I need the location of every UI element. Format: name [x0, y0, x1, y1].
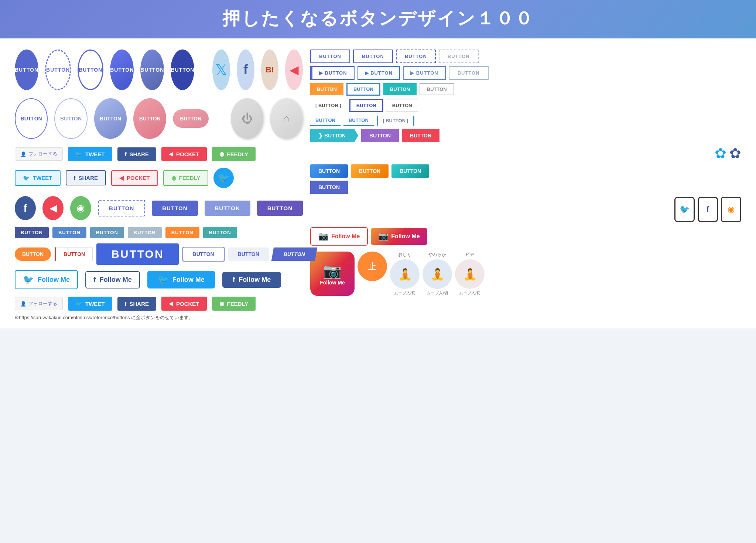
- btn-small-med[interactable]: BUTTON: [90, 227, 124, 238]
- btn-twitter-icon-circle[interactable]: 🐦: [213, 168, 234, 188]
- btn-pocket-flat[interactable]: ◀ POCKET: [111, 170, 158, 186]
- rp-btn-outline-1[interactable]: BUTTON: [310, 49, 350, 63]
- btn-anim-oshiri[interactable]: 🧘: [390, 259, 420, 289]
- rp-btn-dashed-1[interactable]: BUTTON: [396, 49, 436, 63]
- btn-pocket-circle-red[interactable]: ◀: [42, 196, 64, 220]
- rp-btn-wavy[interactable]: BUTTON: [310, 181, 348, 194]
- rp-btn-gray-outline[interactable]: BUTTON: [420, 83, 454, 95]
- btn-grad2-circle[interactable]: BUTTON: [140, 49, 164, 90]
- rp-btn-outline-gray[interactable]: BUTTON: [449, 66, 489, 80]
- rp-insta-follow-row: 📷 Follow Me 📷 Follow Me: [310, 227, 741, 246]
- rp-btn-arrow-right-2[interactable]: ▶ BUTTON: [403, 66, 446, 80]
- btn-feedly-flat[interactable]: ◉ FEEDLY: [163, 170, 209, 186]
- btn-small-blue[interactable]: BUTTON: [52, 227, 86, 238]
- btn-small-orange[interactable]: BUTTON: [165, 227, 199, 238]
- btn-anim-stop[interactable]: 止: [358, 252, 387, 281]
- btn-share-filled[interactable]: f SHARE: [117, 147, 157, 161]
- btn-outline-circle[interactable]: BUTTON: [78, 49, 103, 90]
- btn-red-left-border[interactable]: BUTTON: [55, 247, 93, 261]
- rp-btn-chev-teal[interactable]: ❯ BUTTON: [310, 129, 358, 142]
- btn-home[interactable]: ⌂: [270, 98, 303, 139]
- btn-follow-facebook-outline[interactable]: f Follow Me: [85, 271, 140, 288]
- btn-share-bottom[interactable]: f SHARE: [117, 297, 157, 311]
- btn-tweet-bottom[interactable]: 🐦 TWEET: [68, 297, 112, 311]
- rp-btn-grad-orange[interactable]: BUTTON: [351, 164, 389, 178]
- btn-insta-follow-outline[interactable]: 📷 Follow Me: [310, 227, 368, 246]
- btn-dark-circle[interactable]: BUTTON: [171, 49, 194, 90]
- btn-follow-facebook-solid[interactable]: f Follow Me: [222, 272, 281, 288]
- btn-circle-pink[interactable]: BUTTON: [133, 98, 166, 139]
- btn-parallelogram[interactable]: BUTTON: [271, 247, 317, 261]
- btn-solid-light-1[interactable]: BUTTON: [205, 201, 250, 216]
- follow-me-row: 🐦 Follow Me f Follow Me 🐦 Follow Me f Fo…: [15, 270, 303, 289]
- icon-dashed-row: f ◀ ◉ BUTTON BUTTON BUTTON BUTTON: [15, 196, 303, 220]
- rp-btn-teal[interactable]: BUTTON: [383, 83, 417, 95]
- rp-btn-left-border[interactable]: ▶ BUTTON: [310, 66, 355, 80]
- rp-btn-underline-1[interactable]: BUTTON: [310, 115, 341, 126]
- rp-social-icon-row: ✿ ✿: [310, 145, 741, 161]
- bottom-share-row: 👤 フォローする 🐦 TWEET f SHARE ◀ POCKET ◉: [15, 297, 303, 311]
- btn-feedly-filled[interactable]: ◉ FEEDLY: [212, 147, 256, 161]
- rp-btn-chev-red[interactable]: BUTTON: [402, 129, 439, 142]
- circle-outline-row: BUTTON BUTTON BUTTON BUTTON BUTTON ⏻ ⌂: [15, 98, 303, 139]
- btn-small-dark[interactable]: BUTTON: [15, 227, 49, 238]
- rp-bottom-row: 📷 Follow Me 止 おしり 🧘 ムーブ入/切 やわらか 🧘: [310, 252, 741, 296]
- rp-btn-grad-blue[interactable]: BUTTON: [310, 164, 348, 178]
- btn-circle-outline-light[interactable]: BUTTON: [54, 98, 87, 139]
- rp-btn-chev-purple[interactable]: BUTTON: [361, 129, 399, 142]
- btn-anim-bide[interactable]: 🧘: [455, 259, 485, 289]
- btn-outline-rect[interactable]: BUTTON: [182, 247, 225, 262]
- rp-btn-outline-2[interactable]: BUTTON: [353, 49, 393, 63]
- facebook-gear-icon: ✿: [729, 145, 741, 161]
- btn-tweet-flat[interactable]: 🐦 TWEET: [15, 170, 61, 186]
- btn-solid-purple-1[interactable]: BUTTON: [257, 201, 303, 216]
- rp-btn-orange[interactable]: BUTTON: [310, 83, 343, 95]
- rp-btn-bracket[interactable]: [ BUTTON ]: [310, 99, 346, 112]
- btn-big-blue[interactable]: BUTTON: [96, 243, 178, 265]
- small-rect-row: BUTTON BUTTON BUTTON BUTTON BUTTON BUTTO…: [15, 227, 303, 238]
- btn-grad1-circle[interactable]: BUTTON: [110, 49, 134, 90]
- rp-btn-top-bottom-border[interactable]: BUTTON: [386, 99, 418, 112]
- tablet-rss-icon: ◉: [721, 197, 741, 222]
- pocket-social-circle[interactable]: ◀: [285, 49, 303, 90]
- btn-small-teal[interactable]: BUTTON: [203, 227, 237, 238]
- btn-dashed-circle[interactable]: BUTTON: [45, 49, 71, 90]
- rp-btn-thick-border[interactable]: BUTTON: [349, 99, 383, 112]
- rp-btn-blue-outline[interactable]: BUTTON: [346, 83, 380, 96]
- rp-btn-arrow-right-1[interactable]: ▶ BUTTON: [358, 66, 400, 80]
- btn-insta-follow-gradient[interactable]: 📷 Follow Me: [371, 228, 427, 245]
- btn-rss-circle-green[interactable]: ◉: [70, 196, 91, 220]
- btn-share-flat[interactable]: f SHARE: [66, 170, 106, 185]
- btn-circle-outline-thin[interactable]: BUTTON: [15, 98, 48, 139]
- hatena-social-circle[interactable]: B!: [261, 49, 279, 90]
- btn-dashed-1[interactable]: BUTTON: [98, 200, 145, 216]
- rp-btn-grad-teal[interactable]: BUTTON: [391, 164, 429, 178]
- twitter-social-circle[interactable]: 𝕏: [212, 49, 230, 90]
- facebook-social-circle[interactable]: f: [237, 49, 254, 90]
- btn-pocket-filled[interactable]: ◀ POCKET: [161, 147, 207, 161]
- btn-solid-circle-1[interactable]: BUTTON: [15, 49, 38, 90]
- rp-btn-underline-2[interactable]: BUTTON: [343, 115, 374, 126]
- btn-anim-yawaraka[interactable]: 🧘: [423, 259, 452, 289]
- btn-follow-twitter-solid[interactable]: 🐦 Follow Me: [147, 271, 215, 288]
- btn-feedly-bottom[interactable]: ◉ FEEDLY: [212, 297, 256, 311]
- btn-solid-blue-1[interactable]: BUTTON: [152, 201, 198, 216]
- right-column: BUTTON BUTTON BUTTON BUTTON ▶ BUTTON ▶ B…: [303, 49, 741, 321]
- btn-small-gray[interactable]: BUTTON: [128, 227, 162, 238]
- rp-btn-pipe[interactable]: | BUTTON |: [377, 116, 414, 126]
- rp-underline-row: BUTTON BUTTON | BUTTON |: [310, 115, 741, 126]
- btn-facebook-circle-blue[interactable]: f: [15, 196, 36, 220]
- btn-tweet-filled[interactable]: 🐦 TWEET: [68, 147, 112, 161]
- btn-flat-rect[interactable]: BUTTON: [228, 247, 269, 261]
- btn-pill-pink[interactable]: BUTTON: [173, 109, 209, 128]
- btn-follow-twitter-outline[interactable]: 🐦 Follow Me: [15, 270, 78, 289]
- rp-btn-dashed-light-1[interactable]: BUTTON: [439, 49, 479, 63]
- rp-gradient-row: BUTTON BUTTON BUTTON: [310, 164, 741, 178]
- btn-pocket-bottom[interactable]: ◀ POCKET: [161, 297, 207, 311]
- btn-follow-small[interactable]: 👤 フォローする: [15, 147, 63, 161]
- btn-power[interactable]: ⏻: [231, 98, 264, 139]
- btn-circle-blue-grad[interactable]: BUTTON: [94, 98, 127, 139]
- btn-follow-bottom[interactable]: 👤 フォローする: [15, 297, 63, 310]
- btn-large-insta[interactable]: 📷 Follow Me: [310, 252, 355, 296]
- btn-orange-pill[interactable]: BUTTON: [15, 247, 51, 261]
